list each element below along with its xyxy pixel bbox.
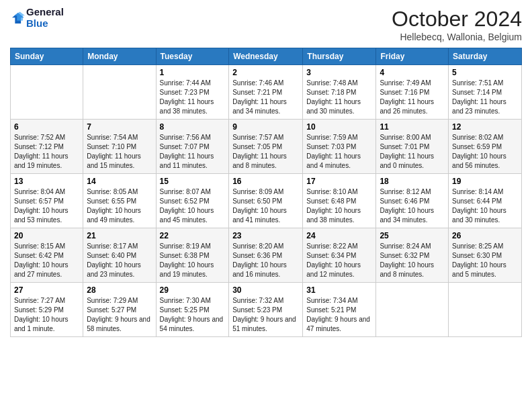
- calendar-cell: [83, 65, 156, 120]
- day-info: Sunrise: 7:32 AMSunset: 5:23 PMDaylight:…: [232, 296, 299, 334]
- weekday-header: Sunday: [11, 48, 83, 65]
- calendar-week-row: 27Sunrise: 7:27 AMSunset: 5:29 PMDayligh…: [11, 283, 522, 337]
- calendar-cell: 20Sunrise: 8:15 AMSunset: 6:42 PMDayligh…: [11, 228, 83, 283]
- calendar-header: SundayMondayTuesdayWednesdayThursdayFrid…: [11, 48, 522, 65]
- weekday-row: SundayMondayTuesdayWednesdayThursdayFrid…: [11, 48, 522, 65]
- day-number: 13: [14, 177, 79, 186]
- weekday-header: Monday: [83, 48, 156, 65]
- day-info: Sunrise: 8:14 AMSunset: 6:44 PMDaylight:…: [452, 187, 518, 225]
- calendar-cell: 12Sunrise: 8:02 AMSunset: 6:59 PMDayligh…: [449, 120, 522, 174]
- calendar-cell: 14Sunrise: 8:05 AMSunset: 6:55 PMDayligh…: [83, 174, 156, 228]
- calendar-cell: 28Sunrise: 7:29 AMSunset: 5:27 PMDayligh…: [83, 283, 156, 337]
- calendar-cell: 31Sunrise: 7:34 AMSunset: 5:21 PMDayligh…: [303, 283, 376, 337]
- calendar-cell: 18Sunrise: 8:12 AMSunset: 6:46 PMDayligh…: [376, 174, 449, 228]
- calendar-cell: 6Sunrise: 7:52 AMSunset: 7:12 PMDaylight…: [11, 120, 83, 174]
- day-number: 14: [87, 177, 152, 186]
- day-info: Sunrise: 8:05 AMSunset: 6:55 PMDaylight:…: [87, 187, 152, 225]
- day-number: 7: [87, 122, 152, 132]
- weekday-header: Saturday: [449, 48, 522, 65]
- day-info: Sunrise: 8:25 AMSunset: 6:30 PMDaylight:…: [452, 242, 518, 279]
- calendar-cell: 17Sunrise: 8:10 AMSunset: 6:48 PMDayligh…: [303, 174, 376, 228]
- day-info: Sunrise: 7:59 AMSunset: 7:03 PMDaylight:…: [306, 133, 372, 171]
- day-number: 26: [452, 231, 518, 240]
- day-info: Sunrise: 7:30 AMSunset: 5:25 PMDaylight:…: [160, 296, 226, 334]
- day-info: Sunrise: 7:52 AMSunset: 7:12 PMDaylight:…: [14, 133, 79, 171]
- day-info: Sunrise: 7:27 AMSunset: 5:29 PMDaylight:…: [14, 296, 79, 334]
- day-info: Sunrise: 7:46 AMSunset: 7:21 PMDaylight:…: [232, 79, 299, 116]
- weekday-header: Friday: [376, 48, 449, 65]
- calendar-week-row: 13Sunrise: 8:04 AMSunset: 6:57 PMDayligh…: [11, 174, 522, 228]
- day-number: 23: [232, 231, 299, 240]
- calendar-cell: 3Sunrise: 7:48 AMSunset: 7:18 PMDaylight…: [303, 65, 376, 120]
- day-info: Sunrise: 8:10 AMSunset: 6:48 PMDaylight:…: [306, 187, 372, 225]
- weekday-header: Tuesday: [156, 48, 229, 65]
- day-number: 6: [14, 122, 79, 132]
- calendar-cell: [11, 65, 83, 120]
- calendar-week-row: 1Sunrise: 7:44 AMSunset: 7:23 PMDaylight…: [11, 65, 522, 120]
- day-info: Sunrise: 8:00 AMSunset: 7:01 PMDaylight:…: [380, 133, 445, 171]
- day-number: 30: [232, 285, 299, 295]
- month-title: October 2024: [392, 7, 522, 32]
- day-info: Sunrise: 7:29 AMSunset: 5:27 PMDaylight:…: [87, 296, 152, 334]
- calendar-cell: 21Sunrise: 8:17 AMSunset: 6:40 PMDayligh…: [83, 228, 156, 283]
- calendar-cell: 30Sunrise: 7:32 AMSunset: 5:23 PMDayligh…: [229, 283, 303, 337]
- day-number: 1: [160, 68, 226, 77]
- calendar-cell: 7Sunrise: 7:54 AMSunset: 7:10 PMDaylight…: [83, 120, 156, 174]
- day-number: 18: [380, 177, 445, 186]
- calendar-cell: 8Sunrise: 7:56 AMSunset: 7:07 PMDaylight…: [156, 120, 229, 174]
- day-info: Sunrise: 8:15 AMSunset: 6:42 PMDaylight:…: [14, 242, 79, 279]
- calendar-cell: [376, 283, 449, 337]
- day-number: 12: [452, 122, 518, 132]
- weekday-header: Thursday: [303, 48, 376, 65]
- calendar-cell: 24Sunrise: 8:22 AMSunset: 6:34 PMDayligh…: [303, 228, 376, 283]
- day-info: Sunrise: 7:57 AMSunset: 7:05 PMDaylight:…: [232, 133, 299, 171]
- header: General Blue October 2024 Hellebecq, Wal…: [10, 7, 522, 42]
- day-info: Sunrise: 8:22 AMSunset: 6:34 PMDaylight:…: [306, 242, 372, 279]
- day-info: Sunrise: 8:17 AMSunset: 6:40 PMDaylight:…: [87, 242, 152, 279]
- calendar-cell: 1Sunrise: 7:44 AMSunset: 7:23 PMDaylight…: [156, 65, 229, 120]
- day-number: 11: [380, 122, 445, 132]
- day-info: Sunrise: 8:04 AMSunset: 6:57 PMDaylight:…: [14, 187, 79, 225]
- location: Hellebecq, Wallonia, Belgium: [392, 32, 522, 42]
- day-info: Sunrise: 8:24 AMSunset: 6:32 PMDaylight:…: [380, 242, 445, 279]
- day-number: 28: [87, 285, 152, 295]
- calendar-cell: 4Sunrise: 7:49 AMSunset: 7:16 PMDaylight…: [376, 65, 449, 120]
- calendar-table: SundayMondayTuesdayWednesdayThursdayFrid…: [10, 48, 522, 337]
- calendar-cell: [449, 283, 522, 337]
- day-number: 9: [232, 122, 299, 132]
- day-number: 5: [452, 68, 518, 77]
- day-number: 22: [160, 231, 226, 240]
- weekday-header: Wednesday: [229, 48, 303, 65]
- logo: General Blue: [10, 7, 64, 29]
- day-info: Sunrise: 7:51 AMSunset: 7:14 PMDaylight:…: [452, 79, 518, 116]
- day-number: 2: [232, 68, 299, 77]
- day-number: 3: [306, 68, 372, 77]
- calendar-cell: 2Sunrise: 7:46 AMSunset: 7:21 PMDaylight…: [229, 65, 303, 120]
- calendar-cell: 13Sunrise: 8:04 AMSunset: 6:57 PMDayligh…: [11, 174, 83, 228]
- day-number: 20: [14, 231, 79, 240]
- day-number: 10: [306, 122, 372, 132]
- calendar-cell: 5Sunrise: 7:51 AMSunset: 7:14 PMDaylight…: [449, 65, 522, 120]
- day-info: Sunrise: 8:12 AMSunset: 6:46 PMDaylight:…: [380, 187, 445, 225]
- day-info: Sunrise: 8:19 AMSunset: 6:38 PMDaylight:…: [160, 242, 226, 279]
- calendar-cell: 27Sunrise: 7:27 AMSunset: 5:29 PMDayligh…: [11, 283, 83, 337]
- day-info: Sunrise: 7:34 AMSunset: 5:21 PMDaylight:…: [306, 296, 372, 334]
- logo-icon: [10, 11, 25, 26]
- day-number: 31: [306, 285, 372, 295]
- day-number: 27: [14, 285, 79, 295]
- calendar-cell: 10Sunrise: 7:59 AMSunset: 7:03 PMDayligh…: [303, 120, 376, 174]
- calendar-cell: 11Sunrise: 8:00 AMSunset: 7:01 PMDayligh…: [376, 120, 449, 174]
- day-info: Sunrise: 7:44 AMSunset: 7:23 PMDaylight:…: [160, 79, 226, 116]
- day-number: 4: [380, 68, 445, 77]
- day-info: Sunrise: 7:56 AMSunset: 7:07 PMDaylight:…: [160, 133, 226, 171]
- day-number: 16: [232, 177, 299, 186]
- day-number: 19: [452, 177, 518, 186]
- title-block: October 2024 Hellebecq, Wallonia, Belgiu…: [392, 7, 522, 42]
- calendar-cell: 25Sunrise: 8:24 AMSunset: 6:32 PMDayligh…: [376, 228, 449, 283]
- day-number: 15: [160, 177, 226, 186]
- calendar-week-row: 6Sunrise: 7:52 AMSunset: 7:12 PMDaylight…: [11, 120, 522, 174]
- day-number: 21: [87, 231, 152, 240]
- day-info: Sunrise: 7:54 AMSunset: 7:10 PMDaylight:…: [87, 133, 152, 171]
- day-info: Sunrise: 8:02 AMSunset: 6:59 PMDaylight:…: [452, 133, 518, 171]
- calendar-cell: 26Sunrise: 8:25 AMSunset: 6:30 PMDayligh…: [449, 228, 522, 283]
